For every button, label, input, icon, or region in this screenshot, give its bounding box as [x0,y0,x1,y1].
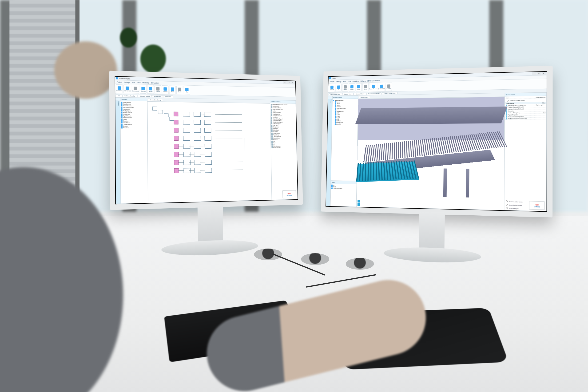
diagram-block[interactable] [204,112,211,117]
menu-settings[interactable]: Settings [336,81,342,82]
close-button[interactable]: ✕ [542,72,546,75]
ribbon-fit[interactable]: Fit [336,84,342,92]
tree-item-label: EndlineStatic [336,122,343,123]
ribbon-lasso[interactable]: Lasso [349,83,355,92]
diagram-tab[interactable]: DefaultPrintRang [148,98,163,101]
tab-current-object[interactable]: Current Object [354,93,366,95]
tab-properties[interactable]: Properties [152,95,163,97]
option-checkbox[interactable] [506,204,508,206]
tab-solution-catalog[interactable]: Solution Catalog [122,94,137,97]
diagram-block[interactable] [205,168,212,172]
property-value[interactable]: 0.0 [544,112,546,113]
catalog-list[interactable]: Characteristik Values orienta...SubBehav… [270,103,297,200]
viewport-tab[interactable]: Default View [359,96,370,98]
tree-item[interactable]: Actuators [121,127,147,129]
diagram-block[interactable] [184,152,190,156]
tab-kinetic-connections[interactable]: Kinetic Connections [382,92,398,94]
diagram-block[interactable] [205,160,212,164]
diagram-block[interactable] [244,138,252,152]
ribbon-connect[interactable]: Connect [140,85,147,94]
menu-view[interactable]: View [137,82,140,83]
diagram-block[interactable] [184,160,190,165]
ribbon-digital[interactable]: Digital [155,85,162,94]
maximize-button[interactable]: ☐ [287,81,291,84]
diagram-block[interactable] [204,144,212,148]
diagram-block[interactable] [184,168,190,173]
object-name-value[interactable]: ConveyorSection [535,96,546,98]
option-checkbox[interactable] [506,200,508,202]
menu-settings[interactable]: Settings [124,81,130,83]
diagram-block[interactable] [194,160,201,164]
diagram-block[interactable] [174,152,179,157]
menu-project[interactable]: Project [330,81,334,82]
ribbon-build[interactable]: Build [177,86,183,94]
viewport-3d[interactable] [356,97,505,210]
tab-inspector[interactable]: Inspector [163,95,173,98]
diagram-block[interactable] [169,117,174,121]
scene-list[interactable]: AllSolidDisplay Roadway [330,184,356,207]
diagram-wire [189,162,194,162]
minimize-button[interactable]: — [532,72,537,75]
menu-modeling[interactable]: Modeling [142,82,149,84]
ribbon-signal[interactable]: Signal [147,85,154,94]
ribbon-analog[interactable]: Analog [162,85,169,94]
navigator-tree[interactable]: SharedExportDataChannelGlobalVariablesSu… [120,101,148,204]
menu-edit[interactable]: Edit [132,81,135,83]
tab-os[interactable]: Os [116,94,122,97]
menu-view[interactable]: View [348,80,351,82]
catalog-item[interactable]: Selector [272,139,296,140]
catalog-item[interactable]: OutputBlock [272,137,296,139]
ribbon-reset-camera[interactable]: Reset Camera [369,83,378,92]
diagram-block[interactable] [194,144,201,148]
ribbon-add-control[interactable]: Add Control [124,84,131,93]
ribbon-select[interactable]: Select [342,84,348,92]
menu-simulation[interactable]: Simulation [151,82,159,84]
catalog-item[interactable]: Scope monitor [272,147,296,148]
diagram-block[interactable] [152,106,157,110]
ribbon-clear[interactable]: Clear [362,83,368,91]
tab-default-view[interactable]: Default View [342,93,353,95]
diagram-block[interactable] [183,144,190,148]
tree-item[interactable]: Display Roadway [331,188,356,190]
ribbon-run[interactable]: Run [184,86,190,94]
diagram-block[interactable] [204,128,211,133]
diagram-block[interactable] [194,152,201,156]
diagram-block[interactable] [158,110,163,114]
ribbon-3d-view[interactable]: 3D View [386,82,392,91]
menu-project[interactable]: Project [117,81,122,83]
menu-options[interactable]: Options [360,80,366,82]
show-cs-checkbox[interactable] [507,100,508,101]
diagram-block[interactable] [174,168,179,173]
diagram-block[interactable] [204,152,212,156]
minimize-button[interactable]: — [283,81,287,84]
diagram-block[interactable] [174,144,179,148]
pause-icon[interactable] [358,203,360,206]
menu-3dviewerselector[interactable]: 3DViewerSelector [368,80,380,82]
property-value[interactable]: Beginning of c... [536,104,546,106]
close-button[interactable]: ✕ [291,81,295,84]
diagram-block[interactable] [204,136,211,140]
menu-modeling[interactable]: Modeling [352,80,359,82]
tab-behavior-model[interactable]: Behavior Model [138,95,152,97]
tab-mechanical-view[interactable]: Mechanical View [328,93,342,95]
model-browser-tree[interactable]: WaleRollerSta...nexrollnextpfdefaultEndl… [331,99,358,181]
ribbon-save[interactable]: Save [169,86,176,94]
diagram-block[interactable] [194,168,201,173]
maximize-button[interactable]: ☐ [537,72,541,75]
diagram-block[interactable] [164,113,168,117]
tree-item[interactable]: LoadChk [332,123,357,125]
diagram-block[interactable] [174,160,179,165]
ribbon-filter[interactable]: Filter [356,83,362,92]
play-icon[interactable] [358,200,360,202]
ribbon-quick-layer[interactable]: Quick Layer [378,83,385,91]
option-checkbox[interactable] [506,207,508,209]
tab-component-library[interactable]: Component Library [366,92,382,94]
diagram-block[interactable] [204,120,211,125]
ribbon-component[interactable]: Component [132,85,139,93]
side-rail-label[interactable]: Solution [116,101,120,204]
ribbon-default[interactable]: Default [329,84,335,92]
ribbon-controller[interactable]: Controller [116,84,123,93]
tree-item-label: KOT Values [336,120,343,122]
menu-edit[interactable]: Edit [343,80,346,82]
schematic-canvas[interactable] [147,102,272,203]
